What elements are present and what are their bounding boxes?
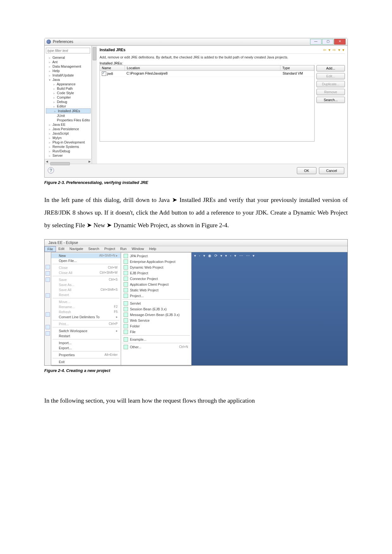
duplicate-button[interactable]: Duplicate...	[316, 81, 345, 87]
tree-horizontal-scrollbar[interactable]: ◀▶	[45, 159, 92, 164]
eclipse-title: Java EE - Eclipse	[48, 240, 78, 245]
menu-item[interactable]: File	[45, 246, 56, 252]
file-menu-item[interactable]: Revert	[51, 292, 121, 297]
jre-checkbox[interactable]	[102, 71, 106, 76]
tree-node[interactable]: ▹ Debug	[45, 100, 91, 104]
eclipse-menubar[interactable]: FileEditNavigateSearchProjectRunWindowHe…	[45, 246, 347, 252]
new-menu-item[interactable]: Connector Project	[121, 276, 191, 282]
new-menu-item[interactable]: Static Web Project	[121, 287, 191, 293]
help-icon[interactable]: ?	[48, 167, 54, 174]
file-menu-item[interactable]: Switch Workspace▸	[51, 328, 121, 333]
col-location[interactable]: Location	[125, 65, 280, 70]
file-menu-item[interactable]: Close AllCtrl+Shift+W	[51, 270, 121, 275]
file-menu-item[interactable]: CloseCtrl+W	[51, 265, 121, 270]
new-menu-item[interactable]: Folder	[121, 323, 191, 329]
file-menu-item[interactable]: Move...	[51, 299, 121, 304]
installed-jres-table[interactable]: Name Location Type jre8C:\Program Files\…	[100, 65, 315, 142]
page-heading: Installed JREs	[100, 48, 126, 52]
file-menu-item[interactable]: Convert Line Delimiters To▸	[51, 314, 121, 320]
toolbar-icons[interactable]: ▾ ◦ ▾ ◉ ⟳ ▾ ▾ ▫ ▾ ⋯ ⋯ ▾	[192, 252, 347, 259]
file-menu-item[interactable]: RefreshF5	[51, 309, 121, 314]
new-submenu[interactable]: JPA ProjectEnterprise Application Projec…	[121, 252, 192, 365]
tree-node[interactable]: ▹ Plug-in Development	[45, 140, 91, 144]
file-menu-item[interactable]: Export...	[51, 345, 121, 350]
tree-vertical-scrollbar[interactable]	[92, 46, 97, 164]
tree-node[interactable]: ▹ Ant	[45, 60, 91, 64]
menu-item[interactable]: Navigate	[67, 246, 86, 252]
close-button[interactable]: ✕	[334, 39, 346, 45]
tree-node[interactable]: Properties Files Edito	[45, 118, 91, 122]
menu-item[interactable]: Help	[147, 246, 159, 252]
col-name[interactable]: Name	[100, 65, 125, 70]
tree-node[interactable]: ▹ Run/Debug	[45, 149, 91, 153]
tree-node[interactable]: ▹ Install/Update	[45, 73, 91, 77]
file-menu-item[interactable]: Restart	[51, 333, 121, 338]
tree-node[interactable]: ▹ JavaScript	[45, 131, 91, 136]
tree-node[interactable]: ▹ Java EE	[45, 122, 91, 127]
new-menu-item[interactable]: File	[121, 329, 191, 335]
filter-input[interactable]	[46, 48, 90, 53]
nav-history-icons[interactable]: ⇦ ▾ ⇨ ▾ ▾	[323, 48, 345, 52]
new-menu-item[interactable]: Example...	[121, 337, 191, 342]
maximize-button[interactable]: ▢	[322, 39, 334, 45]
menu-item[interactable]: Project	[102, 246, 118, 252]
tree-node[interactable]: ▹ Mylyn	[45, 136, 91, 140]
new-menu-item[interactable]: Project...	[121, 293, 191, 299]
file-menu-item[interactable]: Exit	[51, 359, 121, 364]
tree-node[interactable]: ▹ Appearance	[45, 82, 91, 86]
tree-node[interactable]: ▹ Help	[45, 69, 91, 73]
tree-node[interactable]: ▹ Build Path	[45, 86, 91, 91]
tree-node[interactable]: ▹ Code Style	[45, 91, 91, 95]
ok-button[interactable]: OK	[297, 167, 316, 174]
new-menu-item[interactable]: JPA Project	[121, 253, 191, 259]
new-menu-item[interactable]: Enterprise Application Project	[121, 259, 191, 265]
tree-node[interactable]: ▹ Server	[45, 153, 91, 158]
remove-button[interactable]: Remove	[316, 89, 345, 95]
file-menu[interactable]: NewAlt+Shift+N ▸Open File...CloseCtrl+WC…	[51, 252, 121, 365]
tree-node[interactable]: ▹ Remote Systems	[45, 144, 91, 149]
file-menu-item[interactable]: Save AllCtrl+Shift+S	[51, 287, 121, 292]
new-menu-item[interactable]: Servlet	[121, 301, 191, 306]
tree-node[interactable]: ▹ Editor	[45, 104, 91, 108]
eclipse-titlebar: Java EE - Eclipse	[45, 240, 347, 246]
search-button[interactable]: Search...	[316, 97, 345, 103]
file-menu-item[interactable]: SaveCtrl+S	[51, 277, 121, 282]
gutter-icon	[46, 325, 50, 329]
file-menu-item[interactable]: Rename...F2	[51, 304, 121, 309]
cancel-button[interactable]: Cancel	[319, 167, 344, 174]
menu-item[interactable]: Edit	[56, 246, 67, 252]
new-menu-item[interactable]: EJB Project	[121, 270, 191, 276]
new-menu-item[interactable]: Message-Driven Bean (EJB 3.x)	[121, 312, 191, 318]
tree-node[interactable]: ▹ Java Persistence	[45, 127, 91, 131]
file-menu-item[interactable]: Save As...	[51, 282, 121, 287]
tree-node[interactable]: ▹ Compiler	[45, 95, 91, 100]
menu-item[interactable]: Window	[129, 246, 146, 252]
file-menu-item[interactable]: NewAlt+Shift+N ▸	[51, 253, 121, 258]
new-menu-item[interactable]: Application Client Project	[121, 282, 191, 287]
tree-node[interactable]: ▹ General	[45, 55, 91, 60]
minimize-button[interactable]: —	[310, 39, 322, 45]
menu-item-icon	[124, 307, 128, 311]
tree-node[interactable]: JUnit	[45, 113, 91, 118]
menu-item[interactable]: Search	[86, 246, 102, 252]
paragraph-1: In the left pane of this dialog, drill d…	[44, 194, 348, 232]
add-button[interactable]: Add...	[316, 65, 345, 71]
file-menu-item[interactable]: Open File...	[51, 258, 121, 263]
tree-node[interactable]: ▾ Java	[45, 77, 91, 82]
menu-item-icon	[124, 345, 128, 349]
tree-node[interactable]: ▹ Installed JREs	[46, 108, 91, 113]
file-menu-item[interactable]: PropertiesAlt+Enter	[51, 352, 121, 357]
new-menu-item[interactable]: Session Bean (EJB 3.x)	[121, 306, 191, 312]
new-menu-item[interactable]: Other...Ctrl+N	[121, 344, 191, 350]
menu-item-icon	[124, 313, 128, 317]
col-type[interactable]: Type	[280, 65, 314, 70]
table-label: Installed JREs:	[100, 61, 345, 65]
file-menu-item[interactable]: Import...	[51, 340, 121, 345]
new-menu-item[interactable]: Web Service	[121, 318, 191, 323]
edit-button[interactable]: Edit...	[316, 73, 345, 79]
table-row[interactable]: jre8C:\Program Files\Java\jre8Standard V…	[100, 71, 314, 77]
tree-node[interactable]: ▹ Data Management	[45, 64, 91, 69]
file-menu-item[interactable]: Print...Ctrl+P	[51, 321, 121, 326]
new-menu-item[interactable]: Dynamic Web Project	[121, 265, 191, 270]
menu-item[interactable]: Run	[118, 246, 129, 252]
